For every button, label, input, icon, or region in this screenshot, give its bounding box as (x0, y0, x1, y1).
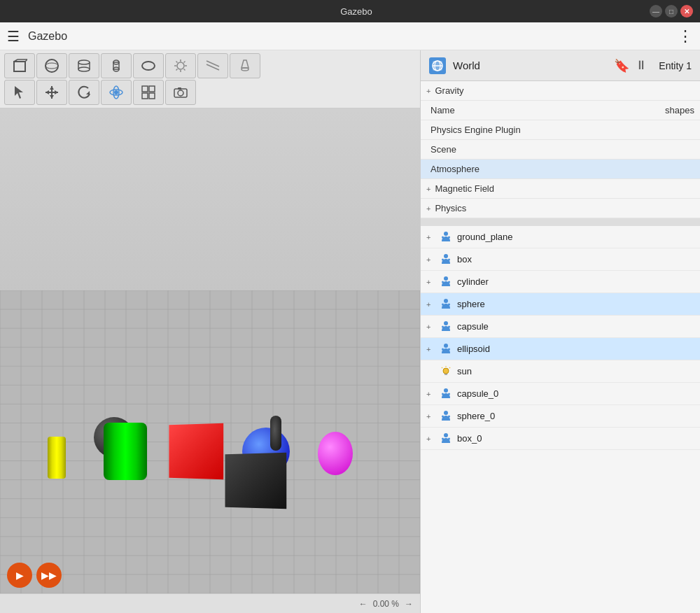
orbit-tool-button[interactable] (101, 80, 132, 105)
svg-point-61 (444, 321, 448, 325)
bookmark-icon[interactable]: 🔖 (614, 58, 629, 73)
world-prop-scene[interactable]: Scene (421, 140, 700, 160)
svg-point-78 (444, 433, 448, 437)
maximize-button[interactable]: □ (665, 5, 678, 17)
entity-expand-sphere: + (426, 300, 436, 309)
svg-point-53 (442, 258, 444, 260)
entity-icon-box (439, 253, 453, 267)
pause-icon[interactable]: ⏸ (635, 58, 648, 73)
box-shape-button[interactable] (4, 53, 35, 78)
world-prop-atmosphere[interactable]: Atmosphere (421, 160, 700, 179)
more-options-icon[interactable]: ⋮ (678, 27, 693, 45)
svg-point-56 (442, 281, 444, 283)
toolbar-row-2 (4, 80, 416, 105)
entity-icon-capsule (439, 320, 453, 334)
world-prop-physics[interactable]: + Physics (421, 199, 700, 218)
arrow-right-icon[interactable]: → (405, 599, 413, 609)
entity-icon-sun (439, 365, 453, 379)
entity-row-sun[interactable]: sun (421, 360, 700, 383)
entity-icon-capsule_0 (439, 387, 453, 401)
world-prop-physics-engine[interactable]: Physics Engine Plugin (421, 120, 700, 140)
entity-row-sphere[interactable]: + sphere (421, 293, 700, 316)
svg-rect-68 (444, 374, 447, 375)
svg-line-21 (184, 62, 186, 63)
menubar: ☰ Gazebo ⋮ (0, 22, 700, 50)
select-tool-button[interactable] (4, 80, 35, 105)
svg-point-51 (448, 236, 450, 238)
main-layout: ▶ ▶▶ ← 0.00 % → World 🔖 ⏸ En (0, 50, 700, 613)
entity-row-box_0[interactable]: + box_0 (421, 428, 700, 450)
translate-tool-button[interactable] (36, 80, 67, 105)
app-title: Gazebo (28, 30, 678, 43)
minimize-button[interactable]: — (650, 5, 662, 17)
svg-point-59 (442, 303, 444, 305)
ellipsoid-shape-button[interactable] (133, 53, 164, 78)
world-prop-name[interactable]: Name shapes (421, 101, 700, 120)
close-button[interactable]: ✕ (680, 5, 693, 17)
entity-row-capsule_0[interactable]: + capsule_0 (421, 383, 700, 405)
prop-label-scene: Scene (430, 144, 694, 155)
cylinder-shape-button[interactable] (69, 53, 99, 78)
entity-list: + ground_plane + box (421, 226, 700, 613)
svg-point-9 (78, 67, 90, 71)
entity-row-sphere_0[interactable]: + sphere_0 (421, 405, 700, 428)
prop-expand-magnetic-field: + (426, 185, 430, 193)
svg-line-22 (176, 69, 178, 71)
entity-expand-cylinder: + (426, 278, 436, 286)
svg-point-43 (178, 90, 183, 96)
camera-tool-button[interactable] (165, 80, 196, 105)
spot-light-button[interactable] (230, 53, 260, 78)
svg-point-4 (46, 59, 58, 72)
directional-light-button[interactable] (197, 53, 228, 78)
capsule-object[interactable] (270, 416, 281, 451)
entity-row-ground_plane[interactable]: + ground_plane (421, 226, 700, 248)
world-prop-magnetic-field[interactable]: + Magnetic Field (421, 179, 700, 199)
entity-name-box: box (457, 254, 472, 265)
hamburger-menu[interactable]: ☰ (7, 28, 20, 45)
magenta-ellipsoid-object[interactable] (318, 432, 353, 475)
svg-line-19 (176, 62, 178, 63)
rotate-tool-button[interactable] (69, 80, 99, 105)
green-cylinder-object[interactable] (104, 423, 147, 480)
prop-label-physics-engine: Physics Engine Plugin (430, 125, 694, 135)
play-button[interactable]: ▶ (7, 563, 32, 588)
red-box-object[interactable] (169, 423, 223, 480)
sphere-shape-button[interactable] (36, 53, 67, 78)
entity-expand-box_0: + (426, 435, 436, 443)
capsule-shape-button[interactable] (101, 53, 132, 78)
yellow-capsule-object[interactable] (48, 437, 66, 479)
svg-point-74 (448, 393, 450, 395)
svg-line-20 (184, 69, 186, 71)
svg-point-66 (448, 348, 450, 350)
fast-forward-button[interactable]: ▶▶ (36, 563, 62, 588)
black-box-object[interactable] (225, 453, 287, 509)
svg-point-60 (448, 303, 450, 305)
entity-row-box[interactable]: + box (421, 248, 700, 271)
entity-row-cylinder[interactable]: + cylinder (421, 271, 700, 293)
svg-point-14 (177, 62, 184, 69)
entity-row-capsule[interactable]: + capsule (421, 316, 700, 338)
arrow-left-icon[interactable]: ← (359, 599, 368, 609)
svg-point-76 (442, 415, 444, 417)
3d-viewport[interactable]: ▶ ▶▶ ← 0.00 % → (0, 108, 420, 613)
svg-point-5 (46, 63, 58, 69)
svg-point-64 (444, 344, 448, 348)
prop-expand-physics: + (426, 204, 430, 213)
world-prop-gravity[interactable]: + Gravity (421, 81, 700, 101)
entity-row-ellipsoid[interactable]: + ellipsoid (421, 338, 700, 360)
entity-name-ellipsoid: ellipsoid (457, 344, 490, 354)
svg-rect-38 (142, 86, 148, 92)
svg-marker-33 (55, 90, 58, 94)
svg-marker-32 (46, 90, 49, 94)
right-panel: World 🔖 ⏸ Entity 1 + Gravity Name shapes… (420, 50, 700, 613)
entity-icon-sphere (439, 297, 453, 311)
svg-point-62 (442, 325, 444, 327)
grid-tool-button[interactable] (133, 80, 164, 105)
prop-label-physics: Physics (435, 203, 694, 213)
entity-expand-ellipsoid: + (426, 345, 436, 353)
entity-name-ground_plane: ground_plane (457, 232, 513, 242)
world-title: World (453, 59, 607, 71)
svg-point-72 (444, 388, 448, 393)
toolbar-row-1 (4, 53, 416, 78)
sun-light-button[interactable] (165, 53, 196, 78)
